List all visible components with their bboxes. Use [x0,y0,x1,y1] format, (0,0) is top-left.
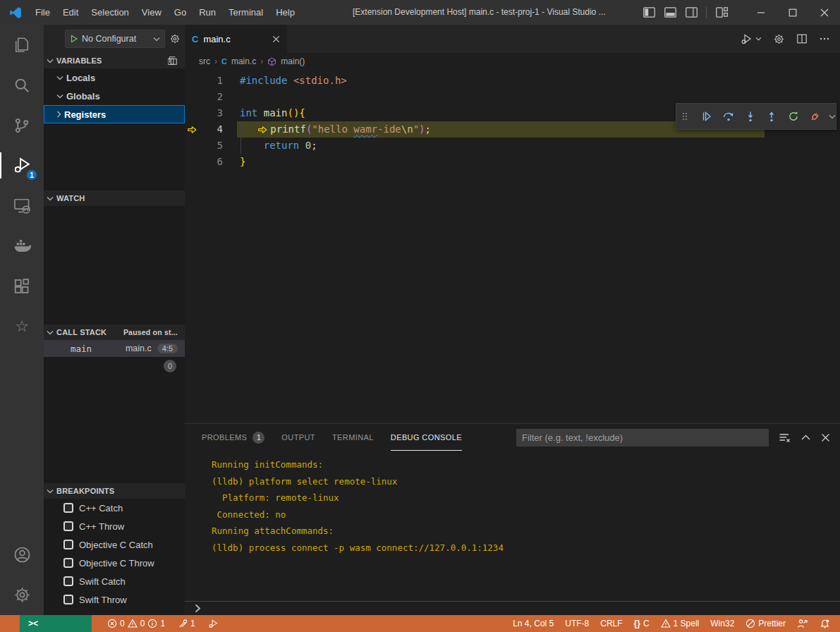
eol-status[interactable]: CRLF [595,619,628,628]
toolchain-status[interactable]: 1 [172,619,201,628]
activitybar-wamr-extension[interactable]: ☆ [0,306,44,346]
menu-view[interactable]: View [135,0,168,25]
breakpoint-item[interactable]: C++ Throw [44,517,185,535]
breakpoint-gutter[interactable] [185,73,202,89]
spell-checker-status[interactable]: 1 Spell [655,619,705,628]
menu-go[interactable]: Go [168,0,193,25]
debug-current-line-arrow-icon[interactable] [185,121,202,138]
toggle-panel-icon[interactable] [659,0,681,25]
panel-tab-debug-console[interactable]: DEBUG CONSOLE [391,424,462,451]
step-out-button[interactable] [763,106,780,127]
platform-status[interactable]: Win32 [705,619,740,628]
activitybar-run-and-debug[interactable]: 1 [0,145,44,186]
tab-main-c[interactable]: C main.c [185,25,287,53]
activitybar-settings[interactable] [0,575,44,615]
breakpoint-checkbox[interactable] [63,503,73,513]
console-input-row[interactable] [185,601,840,615]
activitybar-extensions[interactable] [0,266,44,306]
breakpoint-checkbox[interactable] [63,540,73,549]
maximize-panel-chevron-icon[interactable] [801,435,810,440]
variables-scope-registers[interactable]: Registers [44,105,185,123]
stack-frame-row[interactable]: main main.c 4:5 [44,340,185,357]
breakpoints-section-header[interactable]: BREAKPOINTS [44,483,185,499]
activitybar-accounts[interactable] [0,535,44,575]
close-panel-icon[interactable] [821,433,830,442]
breakpoint-checkbox[interactable] [63,521,73,531]
close-window-button[interactable] [808,0,840,25]
console-filter-input[interactable] [516,429,769,446]
toolbar-grip-icon[interactable] [676,106,693,127]
cursor-position[interactable]: Ln 4, Col 5 [507,619,559,628]
language-mode-status[interactable]: {} C [628,619,655,628]
menu-run[interactable]: Run [193,0,222,25]
call-stack-section-header[interactable]: CALL STACK Paused on st... [44,324,185,340]
breakpoint-gutter[interactable] [185,138,202,154]
menu-terminal[interactable]: Terminal [222,0,269,25]
editor-settings-gear-icon[interactable] [773,33,785,45]
encoding-status[interactable]: UTF-8 [559,619,595,628]
open-launch-json-gear-icon[interactable] [169,33,181,44]
remote-indicator[interactable]: >< [20,615,92,632]
feedback-status[interactable] [791,619,814,628]
clear-console-icon[interactable] [779,432,791,443]
menu-file[interactable]: File [29,0,56,25]
breadcrumb-file[interactable]: main.c [231,56,256,66]
copy-value-icon[interactable] [168,56,178,66]
variables-scope-locals[interactable]: Locals [44,68,185,87]
customize-layout-icon[interactable] [711,0,732,25]
variables-section-header[interactable]: VARIABLES [44,53,185,68]
code-line[interactable]: 5 return 0; [185,138,840,154]
maximize-button[interactable] [777,0,808,25]
debug-dropdown-chevron-icon[interactable] [829,114,836,119]
breakpoint-gutter[interactable] [185,105,202,121]
restart-button[interactable] [785,106,802,127]
problems-status[interactable]: 0 0 1 [102,619,171,628]
code-editor[interactable]: 1#include <stdio.h>23int main(){4 printf… [185,70,840,423]
debug-status[interactable] [202,619,224,629]
breakpoint-gutter[interactable] [185,154,202,170]
panel-tab-terminal[interactable]: TERMINAL [332,424,374,451]
toggle-secondary-sidebar-icon[interactable] [681,0,702,25]
activitybar-remote-explorer[interactable] [0,186,44,226]
prompt-chevron-icon [195,604,201,613]
breadcrumb-symbol[interactable]: main() [281,56,305,66]
code-line[interactable]: 1#include <stdio.h> [185,73,840,89]
breakpoint-gutter[interactable] [185,89,202,105]
watch-section-header[interactable]: WATCH [44,190,185,206]
code-line[interactable]: 6} [185,154,840,170]
panel-tab-problems[interactable]: PROBLEMS1 [202,424,264,451]
breakpoint-checkbox[interactable] [63,595,73,604]
debug-console-output[interactable]: Running initCommands:(lldb) platform sel… [185,451,840,601]
continue-button[interactable] [698,106,715,127]
notifications-status[interactable] [814,619,836,629]
more-actions-icon[interactable] [819,33,830,44]
close-tab-icon[interactable] [272,35,280,43]
breadcrumb-folder[interactable]: src [199,56,210,66]
activitybar-search[interactable] [0,65,44,105]
breakpoint-item[interactable]: Swift Catch [44,572,185,590]
variables-scope-globals[interactable]: Globals [44,87,185,105]
formatter-status[interactable]: Prettier [740,619,791,628]
breakpoint-item[interactable]: Objective C Throw [44,554,185,572]
feedback-person-icon [797,619,808,628]
menu-help[interactable]: Help [269,0,301,25]
split-editor-icon[interactable] [796,33,808,44]
toggle-sidebar-icon[interactable] [638,0,659,25]
breakpoint-item[interactable]: Swift Throw [44,590,185,609]
breakpoint-checkbox[interactable] [63,558,73,568]
step-into-button[interactable] [742,106,759,127]
disconnect-button[interactable] [807,106,824,127]
breakpoint-item[interactable]: Objective C Catch [44,535,185,554]
launch-configuration-dropdown[interactable]: No Configurat [65,30,165,48]
panel-tab-output[interactable]: OUTPUT [281,424,315,451]
activitybar-docker[interactable] [0,226,44,266]
activitybar-explorer[interactable] [0,25,44,65]
breakpoint-item[interactable]: C++ Catch [44,499,185,517]
step-over-button[interactable] [720,106,737,127]
menu-selection[interactable]: Selection [85,0,135,25]
run-or-debug-button[interactable] [741,32,762,45]
breakpoint-checkbox[interactable] [63,576,73,586]
activitybar-source-control[interactable] [0,105,44,145]
menu-edit[interactable]: Edit [56,0,85,25]
minimize-button[interactable] [745,0,777,25]
